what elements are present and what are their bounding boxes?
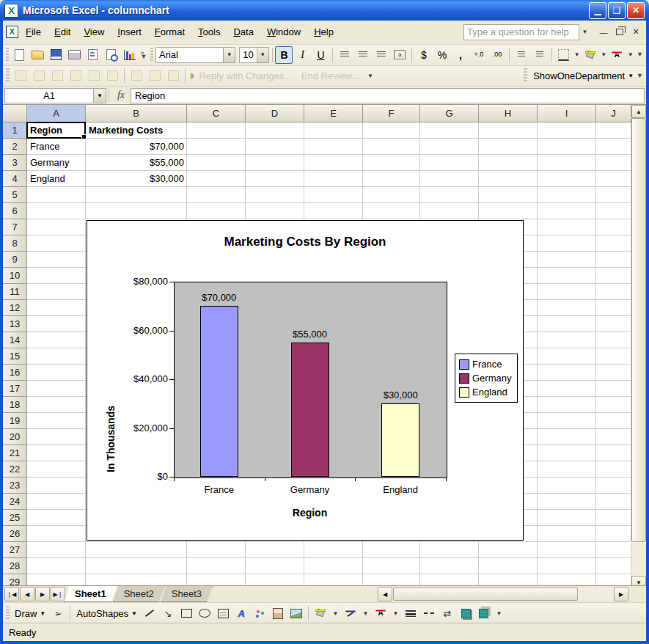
- bar-germany[interactable]: [291, 343, 329, 477]
- end-review-button[interactable]: End Review...: [297, 67, 364, 84]
- row-header-28[interactable]: 28: [3, 558, 27, 574]
- row-header-11[interactable]: 11: [3, 284, 27, 300]
- line-color-button[interactable]: [342, 604, 359, 622]
- toolbar-grip[interactable]: [6, 48, 9, 62]
- menu-data[interactable]: Data: [227, 23, 259, 40]
- chart-object[interactable]: Marketing Costs By Region In Thousands R…: [87, 220, 524, 541]
- row-header-15[interactable]: 15: [3, 348, 27, 365]
- print-button[interactable]: [66, 46, 84, 64]
- x-axis-title[interactable]: Region: [174, 507, 446, 519]
- draw-font-color-button[interactable]: A: [372, 604, 389, 622]
- previous-comment-button[interactable]: [30, 67, 48, 84]
- row-header-7[interactable]: 7: [3, 219, 27, 235]
- row-header-13[interactable]: 13: [3, 316, 27, 332]
- vertical-scroll-track[interactable]: [631, 542, 646, 576]
- menu-view[interactable]: View: [78, 23, 110, 40]
- row-header-29[interactable]: 29: [3, 574, 27, 585]
- question-dropdown-icon[interactable]: ▼: [579, 25, 590, 40]
- draw-fill-color-button[interactable]: [312, 604, 329, 622]
- row-header-4[interactable]: 4: [3, 171, 27, 187]
- show-comment-button[interactable]: [67, 67, 84, 84]
- font-name-dropdown-icon[interactable]: ▼: [223, 48, 235, 62]
- decrease-decimal-button[interactable]: .00: [488, 46, 506, 64]
- select-all-corner[interactable]: [3, 105, 27, 122]
- row-header-14[interactable]: 14: [3, 332, 27, 348]
- comma-button[interactable]: ,: [452, 46, 469, 64]
- row-header-27[interactable]: 27: [3, 542, 27, 558]
- toolbar-options-icon[interactable]: »▼: [139, 51, 149, 59]
- merge-center-button[interactable]: a: [391, 46, 408, 64]
- bold-button[interactable]: B: [275, 46, 293, 64]
- cell-A2[interactable]: France: [27, 139, 86, 155]
- first-sheet-button[interactable]: ❘◀: [4, 587, 19, 601]
- cell-A4[interactable]: England: [27, 171, 86, 187]
- row-header-20[interactable]: 20: [3, 429, 27, 445]
- doc-minimize-button[interactable]: —: [598, 26, 609, 37]
- menu-edit[interactable]: Edit: [48, 23, 76, 40]
- legend-item-france[interactable]: France: [459, 357, 516, 371]
- row-header-21[interactable]: 21: [3, 445, 27, 461]
- horizontal-scroll-track[interactable]: [393, 588, 613, 601]
- row-header-6[interactable]: 6: [3, 203, 27, 219]
- open-button[interactable]: [29, 46, 47, 64]
- row-header-16[interactable]: 16: [3, 365, 27, 381]
- menu-window[interactable]: Window: [261, 23, 307, 40]
- horizontal-scroll-thumb[interactable]: [393, 588, 578, 601]
- column-header-E[interactable]: E: [304, 105, 363, 122]
- decrease-indent-button[interactable]: [513, 46, 530, 64]
- text-box-button[interactable]: [214, 604, 232, 622]
- align-right-button[interactable]: [373, 46, 390, 64]
- dash-style-button[interactable]: [420, 604, 438, 622]
- row-header-9[interactable]: 9: [3, 252, 27, 268]
- macro-toolbar-options-icon[interactable]: ▼: [635, 74, 645, 78]
- column-header-C[interactable]: C: [187, 105, 246, 122]
- align-left-button[interactable]: [336, 46, 353, 64]
- column-header-H[interactable]: H: [479, 105, 538, 122]
- 3d-style-button[interactable]: [475, 604, 493, 622]
- row-header-23[interactable]: 23: [3, 477, 27, 494]
- doc-restore-button[interactable]: [614, 26, 626, 37]
- row-header-12[interactable]: 12: [3, 300, 27, 316]
- previous-sheet-button[interactable]: ◀: [20, 587, 34, 601]
- column-header-F[interactable]: F: [363, 105, 420, 122]
- tab-sheet3[interactable]: Sheet3: [161, 586, 213, 603]
- show-all-comments-button[interactable]: [85, 67, 103, 84]
- question-input[interactable]: [463, 24, 579, 40]
- clip-art-button[interactable]: [269, 604, 287, 622]
- menu-insert[interactable]: Insert: [111, 23, 147, 40]
- vertical-scrollbar[interactable]: ▲ ▼: [631, 105, 646, 585]
- reply-with-changes-button[interactable]: ❥ Reply with Changes...: [188, 67, 296, 84]
- row-header-25[interactable]: 25: [3, 510, 27, 526]
- review-toolbar-options-icon[interactable]: ▼: [364, 68, 375, 83]
- row-header-8[interactable]: 8: [3, 235, 27, 252]
- toolbar-grip[interactable]: [6, 606, 10, 621]
- column-header-I[interactable]: I: [538, 105, 596, 122]
- name-box[interactable]: A1: [4, 88, 94, 103]
- drawing-toolbar-options-icon[interactable]: ▼: [494, 606, 505, 621]
- row-header-5[interactable]: 5: [3, 187, 27, 203]
- font-name-combo[interactable]: Arial ▼: [155, 47, 235, 63]
- diagram-button[interactable]: [251, 604, 268, 622]
- next-sheet-button[interactable]: ▶: [35, 587, 50, 601]
- row-header-26[interactable]: 26: [3, 526, 27, 542]
- percent-button[interactable]: %: [433, 46, 451, 64]
- column-header-B[interactable]: B: [86, 105, 187, 122]
- row-header-17[interactable]: 17: [3, 381, 27, 397]
- cell-A3[interactable]: Germany: [27, 155, 86, 171]
- last-sheet-button[interactable]: ▶❘: [51, 587, 65, 601]
- row-header-2[interactable]: 2: [3, 139, 27, 155]
- font-color-button[interactable]: A: [608, 46, 626, 64]
- line-color-dropdown-icon[interactable]: ▼: [360, 606, 371, 621]
- legend-item-germany[interactable]: Germany: [459, 371, 516, 385]
- column-header-D[interactable]: D: [246, 105, 304, 122]
- draw-fill-color-dropdown-icon[interactable]: ▼: [330, 606, 341, 621]
- select-objects-button[interactable]: ➢: [49, 604, 67, 622]
- next-comment-button[interactable]: [48, 67, 66, 84]
- formatting-toolbar-options-icon[interactable]: ▼: [635, 53, 645, 56]
- hscroll-right-button[interactable]: ▶: [614, 587, 628, 601]
- increase-decimal-button[interactable]: +.0: [470, 46, 488, 64]
- insert-function-button[interactable]: fx: [111, 89, 131, 101]
- fill-color-dropdown-icon[interactable]: ▼: [600, 48, 608, 62]
- fill-handle[interactable]: [81, 134, 87, 139]
- underline-button[interactable]: U: [312, 46, 329, 64]
